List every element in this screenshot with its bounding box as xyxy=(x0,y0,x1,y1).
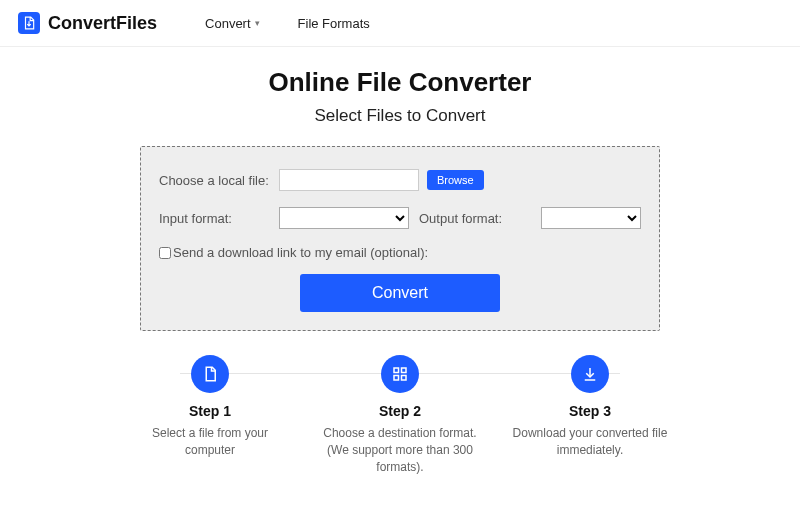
nav-formats-label: File Formats xyxy=(298,16,370,31)
browse-button[interactable]: Browse xyxy=(427,170,484,190)
brand-name: ConvertFiles xyxy=(48,13,157,34)
input-format-label: Input format: xyxy=(159,211,271,226)
convert-button[interactable]: Convert xyxy=(300,274,500,312)
file-path-input[interactable] xyxy=(279,169,419,191)
nav-convert-label: Convert xyxy=(205,16,251,31)
output-format-label: Output format: xyxy=(419,211,502,226)
file-icon xyxy=(191,355,229,393)
step-2-desc: Choose a destination format. (We support… xyxy=(310,425,490,475)
step-2: Step 2 Choose a destination format. (We … xyxy=(310,355,490,475)
svg-rect-0 xyxy=(394,368,399,373)
grid-icon xyxy=(381,355,419,393)
hero: Online File Converter Select Files to Co… xyxy=(0,47,800,126)
nav-file-formats[interactable]: File Formats xyxy=(298,16,370,31)
input-format-select[interactable] xyxy=(279,207,409,229)
header: ConvertFiles Convert ▾ File Formats xyxy=(0,0,800,47)
page-title: Online File Converter xyxy=(0,67,800,98)
step-1-desc: Select a file from your computer xyxy=(120,425,300,459)
email-link-checkbox[interactable] xyxy=(159,247,171,259)
email-link-label: Send a download link to my email (option… xyxy=(173,245,428,260)
output-format-select[interactable] xyxy=(541,207,641,229)
download-icon xyxy=(571,355,609,393)
svg-rect-1 xyxy=(402,368,407,373)
step-3: Step 3 Download your converted file imme… xyxy=(500,355,680,475)
nav-convert[interactable]: Convert ▾ xyxy=(205,16,260,31)
steps: Step 1 Select a file from your computer … xyxy=(120,355,680,475)
step-3-title: Step 3 xyxy=(500,403,680,419)
step-3-desc: Download your converted file immediately… xyxy=(500,425,680,459)
step-1: Step 1 Select a file from your computer xyxy=(120,355,300,475)
logo-icon xyxy=(18,12,40,34)
chevron-down-icon: ▾ xyxy=(255,18,260,28)
nav: Convert ▾ File Formats xyxy=(205,16,370,31)
page-subtitle: Select Files to Convert xyxy=(0,106,800,126)
brand[interactable]: ConvertFiles xyxy=(18,12,157,34)
step-1-title: Step 1 xyxy=(120,403,300,419)
step-2-title: Step 2 xyxy=(310,403,490,419)
svg-rect-2 xyxy=(394,376,399,381)
converter-panel: Choose a local file: Browse Input format… xyxy=(140,146,660,331)
svg-rect-3 xyxy=(402,376,407,381)
choose-file-label: Choose a local file: xyxy=(159,173,271,188)
